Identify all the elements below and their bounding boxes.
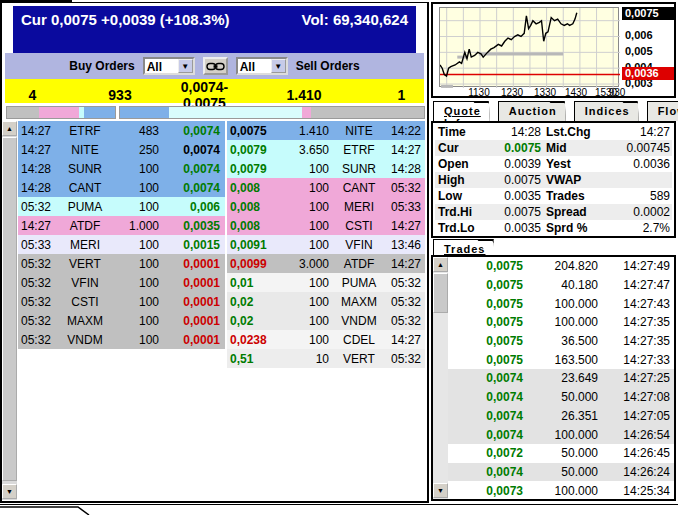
ask-price: 0,0238 xyxy=(227,333,285,347)
trade-time: 14:26:45 xyxy=(598,446,674,460)
trade-row[interactable]: 0,007540.18014:27:47 xyxy=(448,276,674,295)
trade-time: 14:27:25 xyxy=(598,371,674,385)
quote-label: Trades xyxy=(543,188,603,204)
quote-value: 0.0036 xyxy=(603,156,672,172)
chevron-down-icon[interactable]: ▼ xyxy=(271,59,286,73)
sell-filter-select[interactable]: All ▼ xyxy=(236,57,288,75)
trade-row[interactable]: 0,007450.00014:26:24 xyxy=(448,463,674,482)
quote-label: Time xyxy=(435,124,487,140)
order-book-scrollbar[interactable]: ▲ ▼ xyxy=(2,121,17,500)
scroll-down-icon[interactable]: ▼ xyxy=(433,483,448,498)
bid-row[interactable]: 14:28SUNR1000,0074 xyxy=(18,159,225,178)
tab-quote-info[interactable]: Quote Info xyxy=(433,101,490,121)
sell-orders-label: Sell Orders xyxy=(296,59,360,73)
ask-row[interactable]: 0,00793.650ETRF14:27 xyxy=(227,140,425,159)
tab-flow[interactable]: Flow xyxy=(647,101,678,121)
ask-row[interactable]: 0,0079100SUNR14:28 xyxy=(227,159,425,178)
trade-row[interactable]: 0,007250.00014:26:45 xyxy=(448,444,674,463)
intraday-chart-panel: 0,00750,0060,0050,0040,00360,003 1130123… xyxy=(431,2,676,98)
quote-label: VWAP xyxy=(543,172,603,188)
trade-row[interactable]: 0,007423.64914:27:25 xyxy=(448,369,674,388)
trade-row[interactable]: 0,0074100.00014:26:54 xyxy=(448,425,674,444)
bid-table: 14:27ETRF4830,007414:27NITE2500,007414:2… xyxy=(18,121,225,349)
bid-row[interactable]: 05:32VERT1000,0001 xyxy=(18,254,225,273)
bid-qty: 1.000 xyxy=(112,219,165,233)
bid-row[interactable]: 05:32MAXM1000,0001 xyxy=(18,311,225,330)
ask-row[interactable]: 0,02100VNDM05:32 xyxy=(227,311,425,330)
trade-price: 0,0075 xyxy=(448,334,523,348)
bid-qty: 100 xyxy=(112,162,165,176)
chart-y-label: 0,006 xyxy=(622,29,672,42)
bid-time: 14:27 xyxy=(18,219,58,233)
ask-row[interactable]: 0,008100CSTI14:27 xyxy=(227,216,425,235)
ask-time: 14:27 xyxy=(383,219,425,233)
ask-quantity: 1.410 xyxy=(229,87,379,103)
scroll-up-icon[interactable]: ▲ xyxy=(2,121,17,136)
ask-row[interactable]: 0,5110VERT05:32 xyxy=(227,349,425,368)
bid-time: 05:32 xyxy=(18,333,58,347)
bid-row[interactable]: 05:33MERI1000,0015 xyxy=(18,235,225,254)
tab-indices[interactable]: Indices xyxy=(574,101,639,121)
bid-time: 05:32 xyxy=(18,276,58,290)
bid-row[interactable]: 05:32CSTI1000,0001 xyxy=(18,292,225,311)
trade-time: 14:27:35 xyxy=(598,334,674,348)
bid-row[interactable]: 05:32VFIN1000,0001 xyxy=(18,273,225,292)
trade-row[interactable]: 0,0075163.50014:27:33 xyxy=(448,350,674,369)
trade-time: 14:25:34 xyxy=(598,484,674,498)
bid-row[interactable]: 05:32PUMA1000,006 xyxy=(18,197,225,216)
bid-row[interactable]: 14:27ETRF4830,0074 xyxy=(18,121,225,140)
ask-broker: MAXM xyxy=(335,295,383,309)
trade-qty: 50.000 xyxy=(523,390,598,404)
bid-row[interactable]: 05:32VNDM1000,0001 xyxy=(18,330,225,349)
trade-row[interactable]: 0,0073100.00014:25:34 xyxy=(448,481,674,500)
trade-row[interactable]: 0,007536.50014:27:35 xyxy=(448,332,674,351)
trade-row[interactable]: 0,0075204.82014:27:49 xyxy=(448,257,674,276)
order-filter-toolbar: Buy Orders All ▼ All ▼ Sell Orders xyxy=(5,53,424,79)
bid-row[interactable]: 14:27ATDF1.0000,0035 xyxy=(18,216,225,235)
link-orders-button[interactable] xyxy=(203,57,228,75)
trading-window: Cur 0,0075 +0,0039 (+108.3%) Vol: 69,340… xyxy=(0,0,678,515)
bid-row[interactable]: 14:28CANT1000,0074 xyxy=(18,178,225,197)
trade-row[interactable]: 0,007450.00014:27:08 xyxy=(448,388,674,407)
ask-row[interactable]: 0,008100CANT05:32 xyxy=(227,178,425,197)
ask-row[interactable]: 0,01100PUMA05:32 xyxy=(227,273,425,292)
trade-row[interactable]: 0,0075100.00014:27:35 xyxy=(448,313,674,332)
ask-row[interactable]: 0,0091100VFIN13:46 xyxy=(227,235,425,254)
quote-info-panel: Time14:28Lst.Chg14:27Cur0.0075Mid0.00745… xyxy=(431,121,676,238)
bid-order-count: 4 xyxy=(5,87,60,103)
bid-time: 14:27 xyxy=(18,143,58,157)
tab-trades[interactable]: Trades xyxy=(433,239,494,255)
chart-x-label: 1430 xyxy=(565,87,587,98)
depth-segment xyxy=(169,107,303,118)
ask-qty: 100 xyxy=(285,200,335,214)
ask-time: 14:27 xyxy=(383,333,425,347)
ask-row[interactable]: 0,02100MAXM05:32 xyxy=(227,292,425,311)
scroll-down-icon[interactable]: ▼ xyxy=(2,484,17,499)
quote-value xyxy=(603,172,672,188)
ask-row[interactable]: 0,00993.000ATDF14:27 xyxy=(227,254,425,273)
chevron-down-icon[interactable]: ▼ xyxy=(178,59,193,73)
ask-qty: 100 xyxy=(285,276,335,290)
trades-scrollbar[interactable]: ▲ ▼ xyxy=(433,257,448,499)
ask-row[interactable]: 0,008100MERI05:33 xyxy=(227,197,425,216)
tab-auction[interactable]: Auction xyxy=(498,101,566,121)
buy-filter-select[interactable]: All ▼ xyxy=(143,57,195,75)
trade-qty: 100.000 xyxy=(523,428,598,442)
bid-row[interactable]: 14:27NITE2500,0074 xyxy=(18,140,225,159)
trade-row[interactable]: 0,007426.35114:27:05 xyxy=(448,407,674,426)
scrollbar-thumb[interactable] xyxy=(433,273,448,313)
trade-qty: 40.180 xyxy=(523,278,598,292)
trade-row[interactable]: 0,0075100.00014:27:43 xyxy=(448,294,674,313)
ask-row[interactable]: 0,00751.410NITE14:22 xyxy=(227,121,425,140)
trade-time: 14:27:47 xyxy=(598,278,674,292)
trade-qty: 204.820 xyxy=(523,259,598,273)
trade-qty: 100.000 xyxy=(523,484,598,498)
scroll-up-icon[interactable]: ▲ xyxy=(433,257,448,272)
quote-label: Sprd % xyxy=(543,220,603,236)
ask-depth-bar xyxy=(119,106,425,119)
scrollbar-thumb[interactable] xyxy=(2,137,17,481)
bid-qty: 100 xyxy=(112,295,165,309)
ask-row[interactable]: 0,0238100CDEL14:27 xyxy=(227,330,425,349)
chart-x-axis: 11301230133014301530930 xyxy=(439,87,621,98)
bid-price: 0,006 xyxy=(165,200,225,214)
